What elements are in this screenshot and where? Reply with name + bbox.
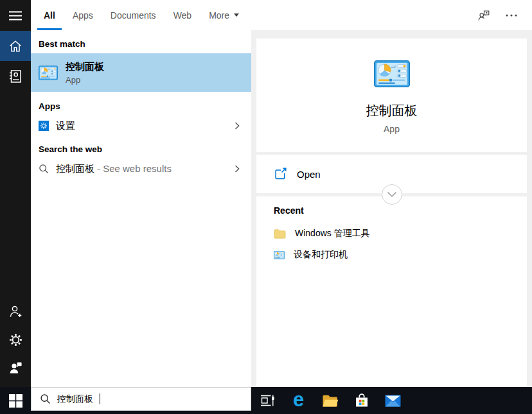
tab-more[interactable]: More [209,0,239,30]
journal-icon [8,69,23,84]
control-panel-icon [39,65,58,80]
tab-label: Documents [111,10,156,21]
folder-icon [274,229,286,239]
chevron-right-icon [235,165,240,173]
hamburger-icon [9,11,22,21]
open-external-icon [274,168,287,180]
tab-all[interactable]: All [44,0,55,30]
taskbar-search-input[interactable]: 控制面板 [31,387,251,411]
feedback-icon [8,360,23,375]
sidebar [0,0,31,387]
chevron-down-icon [387,191,397,198]
search-icon [39,164,49,174]
text-caret [100,393,100,404]
sidebar-item-settings[interactable] [0,325,31,354]
sidebar-item-feedback[interactable] [0,354,31,382]
result-title: 控制面板 [66,61,104,73]
file-explorer-button[interactable] [314,387,346,414]
hamburger-button[interactable] [0,0,31,31]
recent-item[interactable]: 设备和打印机 [274,247,510,263]
feedback-button[interactable] [477,8,491,22]
tab-label: All [44,10,55,21]
taskbar: 控制面板 e [0,387,532,414]
store-icon [354,393,369,408]
web-query: 控制面板 [56,163,94,175]
result-label: 设置 [56,120,75,132]
control-panel-icon [374,60,410,87]
chevron-right-icon [235,122,240,130]
recent-section: Recent Windows 管理工具 设备和打印机 [256,196,527,387]
more-options-button[interactable] [505,13,518,17]
search-web-header: Search the web [31,144,251,155]
person-add-icon [8,304,23,319]
preview-type: App [384,124,400,134]
recent-item-label: Windows 管理工具 [295,228,370,239]
tab-web[interactable]: Web [173,0,192,30]
control-panel-icon [274,251,285,259]
result-settings[interactable]: 设置 [31,114,251,137]
search-tabs-bar: All Apps Documents Web More [31,0,532,30]
results-panel: Best match 控制面板 App Apps 设置 Search the w… [31,30,251,387]
result-type: App [66,75,104,85]
tab-documents[interactable]: Documents [111,0,156,30]
search-flyout: All Apps Documents Web More [0,0,532,414]
expand-button[interactable] [382,184,402,205]
search-icon [40,393,51,404]
recent-item[interactable]: Windows 管理工具 [274,226,510,241]
folder-icon [322,394,339,408]
ellipsis-icon [505,13,518,17]
sidebar-item-home[interactable] [0,31,31,61]
best-match-result[interactable]: 控制面板 App [31,53,251,92]
result-web-search[interactable]: 控制面板 - See web results [31,157,251,180]
preview-title: 控制面板 [366,102,418,119]
windows-logo-icon [9,394,22,408]
person-feedback-icon [477,8,491,22]
chevron-down-icon [234,13,239,17]
search-input-value: 控制面板 [57,393,93,405]
tab-label: Apps [73,10,93,21]
sidebar-item-account[interactable] [0,297,31,325]
mail-button[interactable] [377,387,409,414]
edge-button[interactable]: e [283,387,314,414]
mail-icon [385,395,401,407]
task-view-button[interactable] [251,387,283,414]
start-button[interactable] [0,387,31,414]
open-label: Open [297,169,321,180]
sidebar-item-journal[interactable] [0,61,31,91]
edge-icon: e [293,390,304,410]
web-suffix: - See web results [97,163,172,174]
task-view-icon [260,393,274,408]
settings-gear-icon [39,121,49,131]
preview-app-summary: 控制面板 App [256,39,527,152]
recent-item-label: 设备和打印机 [294,249,348,261]
recent-header: Recent [274,205,510,216]
gear-icon [8,332,23,347]
store-button[interactable] [346,387,377,414]
tab-apps[interactable]: Apps [73,0,93,30]
home-icon [8,39,23,54]
tab-label: More [209,10,229,21]
best-match-header: Best match [31,39,251,49]
preview-panel: 控制面板 App Open Recent [251,30,532,387]
apps-header: Apps [31,101,251,112]
tab-label: Web [173,10,192,21]
